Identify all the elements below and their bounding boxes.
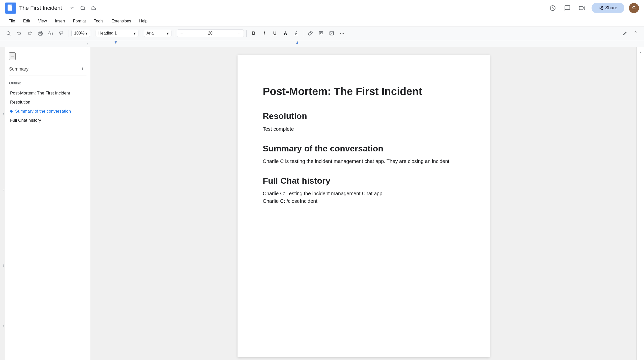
sidebar-add-button[interactable]: + (78, 65, 86, 73)
zoom-drop-icon: ▾ (85, 31, 87, 36)
video-call-button[interactable] (577, 3, 587, 13)
menu-insert[interactable]: Insert (51, 17, 69, 25)
svg-rect-4 (8, 9, 10, 9)
document-page[interactable]: Post-Mortem: The First Incident Resoluti… (238, 55, 490, 357)
user-avatar[interactable]: C (629, 3, 639, 13)
svg-rect-11 (39, 34, 42, 36)
section-summary-heading[interactable]: Summary of the conversation (263, 143, 464, 154)
font-size-control: − 20 + (177, 29, 244, 37)
section-resolution-body[interactable]: Test complete (263, 125, 464, 133)
outline-label: Outline (9, 81, 86, 85)
menu-tools[interactable]: Tools (90, 17, 107, 25)
svg-rect-16 (84, 40, 387, 47)
redo-button[interactable] (25, 29, 34, 38)
document-title-heading[interactable]: Post-Mortem: The First Incident (263, 85, 464, 98)
line-num-3: 3 (3, 264, 4, 267)
more-options-button[interactable]: ⋯ (338, 29, 347, 38)
menu-help[interactable]: Help (136, 17, 151, 25)
menu-bar: File Edit View Insert Format Tools Exten… (0, 16, 644, 26)
menu-view[interactable]: View (35, 17, 50, 25)
comments-button[interactable] (562, 3, 572, 13)
paint-format-button[interactable] (57, 29, 66, 38)
history-button[interactable] (548, 3, 558, 13)
font-size-input[interactable]: 20 (185, 31, 236, 36)
underline-button[interactable]: U (270, 29, 279, 38)
svg-rect-2 (8, 7, 11, 7)
zoom-selector[interactable]: 100% ▾ (71, 30, 90, 37)
menu-format[interactable]: Format (70, 17, 90, 25)
collapse-toolbar-button[interactable]: ⌃ (631, 29, 640, 38)
search-toolbar-button[interactable] (4, 29, 13, 38)
menu-file[interactable]: File (5, 17, 19, 25)
line-num-2: 2 (3, 188, 4, 191)
title-bar-left: The First Incident ☆ (5, 3, 97, 14)
insert-link-button[interactable] (306, 29, 315, 38)
text-color-button[interactable]: A (281, 29, 290, 38)
toolbar: 100% ▾ Heading 1 ▾ Arial ▾ − 20 + B I U … (0, 26, 644, 40)
menu-edit[interactable]: Edit (20, 17, 34, 25)
left-margin: 1 2 3 4 (0, 47, 5, 360)
insert-comment-button[interactable] (316, 29, 326, 38)
folder-button[interactable] (79, 4, 87, 12)
outline-active-indicator (10, 110, 13, 113)
font-selector[interactable]: Arial ▾ (144, 30, 171, 37)
sidebar-divider (9, 76, 86, 76)
svg-rect-7 (602, 6, 603, 7)
sidebar-back-button[interactable]: ← (9, 52, 16, 60)
line-num-1: 1 (3, 113, 4, 116)
font-size-increase-button[interactable]: + (236, 30, 242, 36)
toolbar-separator-1 (69, 30, 69, 37)
edit-mode-button[interactable] (620, 29, 629, 38)
chat-line-1: Charlie C: /closeIncident (263, 197, 464, 205)
outline-item-2[interactable]: Summary of the conversation (9, 107, 86, 116)
right-collapse-button[interactable]: ⌃ (637, 50, 644, 57)
style-value: Heading 1 (98, 31, 117, 36)
toolbar-separator-3 (141, 30, 141, 37)
toolbar-separator-2 (93, 30, 93, 37)
share-label: Share (605, 5, 617, 11)
insert-image-button[interactable] (327, 29, 336, 38)
font-size-decrease-button[interactable]: − (179, 30, 185, 36)
title-icons: ☆ (68, 4, 97, 12)
outline-item-2-label: Summary of the conversation (15, 109, 71, 114)
ruler: 1 (0, 40, 644, 47)
title-bar: The First Incident ☆ Share C (0, 0, 644, 16)
bold-button[interactable]: B (249, 29, 258, 38)
sidebar: ← Summary + Outline Post-Mortem: The Fir… (5, 47, 91, 360)
outline-item-0[interactable]: Post-Mortem: The First Incident (9, 89, 86, 98)
toolbar-separator-4 (174, 30, 174, 37)
outline-item-3[interactable]: Full Chat history (9, 116, 86, 125)
font-drop-icon: ▾ (167, 31, 169, 36)
sidebar-summary-row: Summary + (9, 65, 86, 73)
svg-rect-5 (579, 6, 583, 10)
spellcheck-button[interactable] (46, 29, 55, 38)
italic-button[interactable]: I (260, 29, 269, 38)
print-button[interactable] (36, 29, 45, 38)
star-button[interactable]: ☆ (68, 4, 76, 12)
title-bar-right: Share C (548, 3, 639, 13)
svg-rect-8 (602, 9, 603, 10)
svg-rect-3 (8, 8, 11, 8)
ruler-svg: 1 (84, 40, 387, 47)
highlight-button[interactable] (291, 29, 301, 38)
chat-line-0: Charlie C: Testing the incident manageme… (263, 190, 464, 197)
outline-item-1[interactable]: Resolution (9, 98, 86, 107)
style-selector[interactable]: Heading 1 ▾ (96, 30, 138, 37)
document-area[interactable]: Post-Mortem: The First Incident Resoluti… (91, 47, 636, 360)
cloud-save-button[interactable] (89, 4, 97, 12)
svg-text:1: 1 (87, 43, 89, 46)
section-resolution-heading[interactable]: Resolution (263, 110, 464, 121)
svg-rect-10 (39, 31, 42, 33)
share-button[interactable]: Share (592, 3, 624, 13)
font-value: Arial (147, 31, 155, 36)
zoom-value: 100% (74, 31, 84, 36)
undo-button[interactable] (15, 29, 24, 38)
toolbar-separator-6 (303, 30, 303, 37)
menu-extensions[interactable]: Extensions (108, 17, 135, 25)
main-layout: 1 2 3 4 ← Summary + Outline Post-Mortem:… (0, 47, 644, 360)
document-title: The First Incident (19, 5, 62, 11)
section-summary-body[interactable]: Charlie C is testing the incident manage… (263, 157, 464, 165)
svg-rect-6 (599, 8, 600, 9)
section-chat-heading[interactable]: Full Chat history (263, 175, 464, 186)
section-chat-body[interactable]: Charlie C: Testing the incident manageme… (263, 190, 464, 205)
